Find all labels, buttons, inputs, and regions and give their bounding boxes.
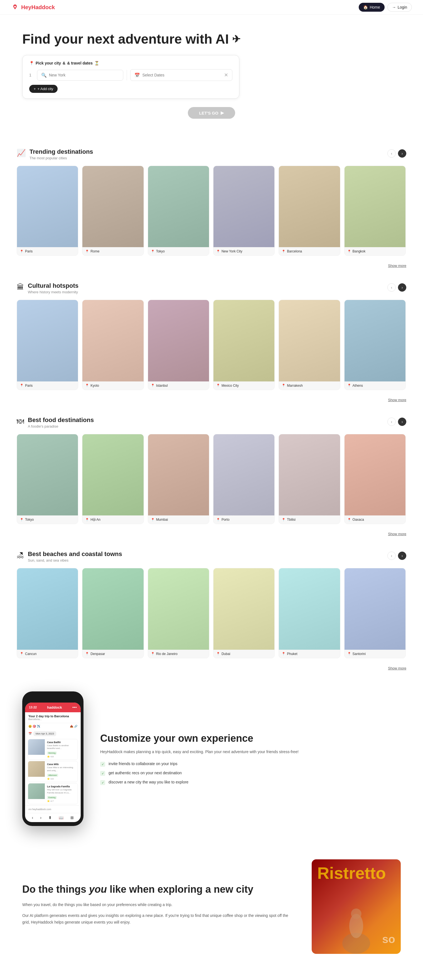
trending-show-more[interactable]: Show more <box>0 261 423 272</box>
card-bangkok[interactable]: 📍Bangkok <box>344 166 406 256</box>
do-things-content: Do the things you like when exploring a … <box>22 883 295 930</box>
phone-card-body-2: Casa Milà Casa Milà is an interesting an… <box>45 761 78 782</box>
card-hoian[interactable]: 📍Hội An <box>82 434 144 524</box>
city-input[interactable] <box>49 73 119 77</box>
feature-item-3: ✓ discover a new city the way you like t… <box>100 780 401 785</box>
food-icon: 🍽 <box>17 417 24 426</box>
card-city-name: Athens <box>353 383 363 388</box>
date-input[interactable] <box>142 73 222 77</box>
card-pin-icon: 📍 <box>282 250 286 253</box>
customize-desc: HeyHaddock makes planning a trip quick, … <box>100 749 401 755</box>
card-denpasar[interactable]: 📍Denpasar <box>82 568 144 658</box>
card-athens[interactable]: 📍Athens <box>344 300 406 390</box>
login-button[interactable]: → Login <box>387 3 412 12</box>
beaches-next-button[interactable]: › <box>398 552 406 560</box>
card-nyc[interactable]: 📍New York City <box>213 166 275 256</box>
card-pin-icon: 📍 <box>347 652 351 655</box>
do-things-title-italic: you <box>89 883 107 895</box>
card-dubai[interactable]: 📍Dubai <box>213 568 275 658</box>
card-kyoto[interactable]: 📍Kyoto <box>82 300 144 390</box>
food-next-button[interactable]: › <box>398 418 406 426</box>
card-city-name: Barcelona <box>287 250 302 253</box>
cultural-show-more[interactable]: Show more <box>0 396 423 406</box>
logo[interactable]: HeyHaddock <box>11 3 55 11</box>
card-porto[interactable]: 📍Porto <box>213 434 275 524</box>
svg-point-3 <box>351 908 361 919</box>
field-number: 1 <box>29 73 34 77</box>
trending-header: 📈 Trending destinations The most popular… <box>17 148 406 160</box>
trending-cards-row: 📍Paris 📍Rome 📍Tokyo 📍New York City 📍Barc… <box>17 166 406 259</box>
card-istanbul[interactable]: 📍Istanbul <box>148 300 209 390</box>
card-mumbai[interactable]: 📍Mumbai <box>148 434 209 524</box>
card-oaxaca[interactable]: 📍Oaxaca <box>344 434 406 524</box>
card-phuket[interactable]: 📍Phuket <box>279 568 340 658</box>
phone-emoji-row: 😀 🎯 ✈️ 📤 🔗 <box>25 723 81 730</box>
card-city-name: Dubai <box>222 652 230 656</box>
cultural-prev-button[interactable]: ‹ <box>387 283 396 292</box>
phone-notch <box>45 695 61 700</box>
card-pin-icon: 📍 <box>20 518 24 522</box>
card-rio[interactable]: 📍Rio de Janeiro <box>148 568 209 658</box>
card-pin-icon: 📍 <box>20 652 24 655</box>
card-paris-cultural[interactable]: 📍Paris <box>17 300 78 390</box>
check-icon-2: ✓ <box>100 771 105 776</box>
beaches-show-more[interactable]: Show more <box>0 664 423 675</box>
card-pin-icon: 📍 <box>282 383 286 387</box>
cultural-next-button[interactable]: › <box>398 283 406 292</box>
trending-icon: 📈 <box>17 149 26 158</box>
card-pin-icon: 📍 <box>216 383 220 387</box>
phone-time: 13:22 <box>29 706 37 709</box>
card-city-name: Porto <box>222 518 230 522</box>
card-rome[interactable]: 📍Rome <box>82 166 144 256</box>
phone-bottom-bar: ‹ › ⬆ 📖 ⊞ <box>25 813 81 822</box>
phone-date: Mon Apr 3, 2023 <box>34 731 56 736</box>
phone-frame: 13:22 haddock ●●● Your 2 day trip to Bar… <box>22 691 83 826</box>
card-marrakesh[interactable]: 📍Marrakesh <box>279 300 340 390</box>
card-tokyo-food[interactable]: 📍Tokyo <box>17 434 78 524</box>
food-section: 🍽 Best food destinations A foodie's para… <box>0 406 423 530</box>
phone-bookmark-icon: 📖 <box>59 815 64 820</box>
lets-go-button[interactable]: LET'S GO ▶ <box>188 107 235 119</box>
logo-icon <box>11 3 19 11</box>
check-icon-3: ✓ <box>100 780 105 785</box>
card-city-name: Mexico City <box>222 383 239 388</box>
food-cards-row: 📍Tokyo 📍Hội An 📍Mumbai 📍Porto 📍Tbilisi 📍… <box>17 434 406 527</box>
add-city-button[interactable]: + + Add city <box>29 85 57 93</box>
card-santorini[interactable]: 📍Santorini <box>344 568 406 658</box>
food-subtitle: A foodie's paradise <box>28 424 94 428</box>
beaches-prev-button[interactable]: ‹ <box>387 552 396 560</box>
cultural-header: 🏛 Cultural hotspots Where history meets … <box>17 282 406 294</box>
trending-prev-button[interactable]: ‹ <box>387 149 396 158</box>
card-barcelona[interactable]: 📍Barcelona <box>279 166 340 256</box>
trending-next-button[interactable]: › <box>398 149 406 158</box>
date-field[interactable]: 📅 ✕ <box>130 69 232 81</box>
city-field[interactable]: 🔍 <box>37 70 123 81</box>
cultural-subtitle: Where history meets modernity <box>28 290 78 294</box>
close-icon[interactable]: ✕ <box>224 72 228 78</box>
card-paris[interactable]: 📍Paris <box>17 166 78 256</box>
search-box: 📍 Pick your city & & travel dates ⏳ 1 🔍 … <box>22 55 239 99</box>
card-tbilisi[interactable]: 📍Tbilisi <box>279 434 340 524</box>
card-cancun[interactable]: 📍Cancun <box>17 568 78 658</box>
card-mexico[interactable]: 📍Mexico City <box>213 300 275 390</box>
food-show-more[interactable]: Show more <box>0 530 423 541</box>
phone-card-2: Casa Milà Casa Milà is an interesting an… <box>28 761 78 782</box>
phone-card-img-1 <box>28 739 45 755</box>
card-tokyo[interactable]: 📍Tokyo <box>148 166 209 256</box>
do-things-decor-text: Ristretto <box>317 865 386 881</box>
do-things-section: Do the things you like when exploring a … <box>0 843 423 970</box>
food-title: Best food destinations <box>28 417 94 424</box>
food-prev-button[interactable]: ‹ <box>387 418 396 426</box>
card-city-name: Kyoto <box>91 383 99 388</box>
navbar: HeyHaddock 🏠 Home → Login <box>0 0 423 15</box>
feature-item-2: ✓ get authentic recs on your next destin… <box>100 771 401 776</box>
card-pin-icon: 📍 <box>151 250 155 253</box>
home-button[interactable]: 🏠 Home <box>359 3 384 12</box>
phone-trip-title: Your 2 day trip to Barcelona <box>29 714 77 718</box>
do-things-person-illustration <box>328 895 384 954</box>
feature-list: ✓ invite friends to collaborate on your … <box>100 762 401 785</box>
phone-card-body-3: La Sagrada Família Hey will love La Sagr… <box>45 783 78 804</box>
card-city-name: Istanbul <box>156 383 168 388</box>
phone-tabs-icon: ⊞ <box>70 815 74 820</box>
beaches-nav: ‹ › <box>387 552 406 560</box>
